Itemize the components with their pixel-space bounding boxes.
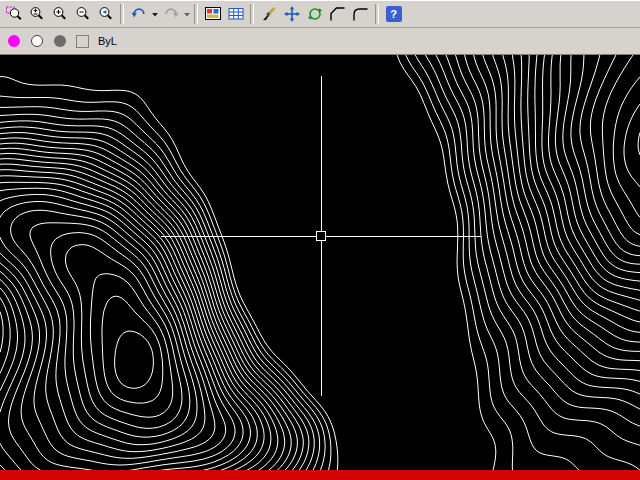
contour-lines bbox=[0, 55, 640, 470]
drawing-canvas[interactable] bbox=[0, 55, 640, 470]
zoom-previous-icon bbox=[97, 5, 115, 23]
zoom-previous-button[interactable] bbox=[94, 3, 117, 26]
zoom-realtime-icon bbox=[28, 5, 46, 23]
standard-toolbar: ? bbox=[0, 0, 640, 28]
chevron-down-icon bbox=[183, 5, 191, 23]
pan-button[interactable] bbox=[280, 3, 303, 26]
color-control-label[interactable]: ByL bbox=[94, 34, 121, 48]
redo-icon bbox=[162, 5, 180, 23]
redo-dropdown[interactable] bbox=[182, 3, 191, 26]
color-swatch-icon bbox=[76, 35, 89, 48]
paintbrush-icon bbox=[260, 5, 278, 23]
gray-circle-icon bbox=[54, 35, 66, 47]
chevron-down-icon bbox=[151, 5, 159, 23]
chamfer-icon bbox=[329, 5, 347, 23]
zoom-in-button[interactable] bbox=[48, 3, 71, 26]
orbit-button[interactable] bbox=[303, 3, 326, 26]
white-circle-icon bbox=[31, 35, 43, 47]
magenta-circle-icon bbox=[8, 35, 20, 47]
zoom-window-icon bbox=[5, 5, 23, 23]
zoom-out-icon bbox=[74, 5, 92, 23]
fillet-button[interactable] bbox=[349, 3, 372, 26]
toolbar-separator bbox=[375, 4, 379, 24]
toolbar-separator bbox=[194, 4, 198, 24]
grid-icon bbox=[227, 5, 245, 23]
grid-view-button[interactable] bbox=[224, 3, 247, 26]
help-button[interactable]: ? bbox=[382, 3, 405, 26]
rotate-orbit-icon bbox=[306, 5, 324, 23]
chamfer-button[interactable] bbox=[326, 3, 349, 26]
pickbox bbox=[317, 232, 326, 241]
color-magenta-button[interactable] bbox=[2, 30, 25, 53]
four-way-arrow-icon bbox=[283, 5, 301, 23]
undo-dropdown[interactable] bbox=[150, 3, 159, 26]
zoom-window-button[interactable] bbox=[2, 3, 25, 26]
fillet-icon bbox=[352, 5, 370, 23]
zoom-in-icon bbox=[51, 5, 69, 23]
match-properties-button[interactable] bbox=[257, 3, 280, 26]
bylayer-swatch-button[interactable] bbox=[71, 30, 94, 53]
aerial-view-button[interactable] bbox=[201, 3, 224, 26]
color-gray-button[interactable] bbox=[48, 30, 71, 53]
toolbar-separator bbox=[250, 4, 254, 24]
redo-button[interactable] bbox=[159, 3, 182, 26]
undo-button[interactable] bbox=[127, 3, 150, 26]
cad-application-window: ? ByL bbox=[0, 0, 640, 480]
help-icon: ? bbox=[386, 6, 402, 22]
bottom-red-bar bbox=[0, 470, 640, 480]
drawing-area bbox=[0, 55, 640, 470]
aerial-view-icon bbox=[204, 5, 222, 23]
color-white-button[interactable] bbox=[25, 30, 48, 53]
object-properties-toolbar: ByL bbox=[0, 28, 640, 55]
zoom-out-button[interactable] bbox=[71, 3, 94, 26]
toolbar-separator bbox=[120, 4, 124, 24]
zoom-realtime-button[interactable] bbox=[25, 3, 48, 26]
undo-icon bbox=[130, 5, 148, 23]
